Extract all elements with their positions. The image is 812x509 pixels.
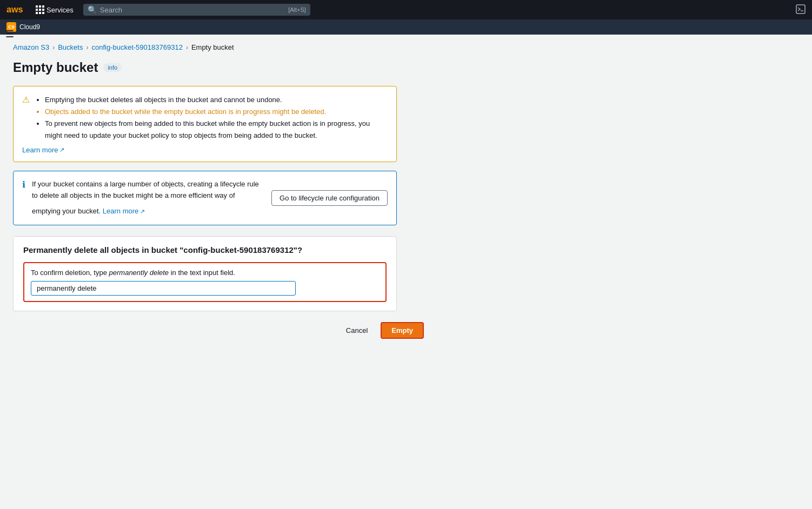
nav-right <box>796 4 806 16</box>
search-icon: 🔍 <box>88 5 97 14</box>
services-nav[interactable]: Services <box>32 4 77 15</box>
warning-header: ⚠ Emptying the bucket deletes all object… <box>22 94 388 142</box>
top-navigation: aws Services 🔍 [Alt+S] <box>0 0 812 19</box>
services-label: Services <box>46 6 74 14</box>
cancel-button[interactable]: Cancel <box>340 323 374 338</box>
breadcrumb-sep-2: › <box>86 44 88 51</box>
warning-item-1: Emptying the bucket deletes all objects … <box>45 94 388 106</box>
search-input[interactable] <box>100 6 273 14</box>
grid-icon <box>36 5 44 14</box>
empty-button[interactable]: Empty <box>381 322 424 339</box>
info-ext-link-icon: ↗ <box>140 207 145 217</box>
svg-text:aws: aws <box>6 4 23 14</box>
breadcrumb-bucket-name[interactable]: config-bucket-590183769312 <box>91 43 182 51</box>
aws-logo[interactable]: aws <box>6 4 26 16</box>
main-content: Amazon S3 › Buckets › config-bucket-5901… <box>0 35 812 509</box>
search-bar[interactable]: 🔍 [Alt+S] <box>83 4 310 16</box>
warning-box: ⚠ Emptying the bucket deletes all object… <box>13 86 397 162</box>
confirm-label: To confirm deletion, type permanently de… <box>31 269 379 277</box>
info-box: ℹ If your bucket contains a large number… <box>13 171 397 225</box>
warning-icon: ⚠ <box>22 95 30 105</box>
action-row: Cancel Empty <box>13 322 424 339</box>
search-shortcut: [Alt+S] <box>288 6 306 13</box>
page-title: Empty bucket <box>13 60 98 75</box>
warning-learn-more[interactable]: Learn more ↗ <box>22 146 64 154</box>
account-bar: C9 Cloud9 <box>0 19 812 35</box>
external-link-icon: ↗ <box>59 146 64 153</box>
info-learn-more[interactable]: Learn more ↗ <box>103 206 145 217</box>
info-badge[interactable]: info <box>103 63 122 72</box>
breadcrumb-sep-3: › <box>186 44 188 51</box>
confirm-section: Permanently delete all objects in bucket… <box>13 236 397 311</box>
info-box-text: If your bucket contains a large number o… <box>32 179 265 217</box>
account-label: Cloud9 <box>19 23 40 31</box>
lifecycle-button[interactable]: Go to lifecycle rule configuration <box>271 190 388 206</box>
warning-item-3: To prevent new objects from being added … <box>45 118 388 142</box>
confirm-input[interactable] <box>31 281 296 296</box>
sidebar-toggle[interactable]: ☰ <box>3 26 16 42</box>
terminal-icon[interactable] <box>796 4 806 16</box>
page-title-row: Empty bucket info <box>13 60 799 75</box>
breadcrumb-current: Empty bucket <box>191 43 234 51</box>
breadcrumb-buckets[interactable]: Buckets <box>58 43 83 51</box>
breadcrumb-sep-1: › <box>52 44 55 51</box>
info-circle-icon: ℹ <box>22 179 25 190</box>
breadcrumb: Amazon S3 › Buckets › config-bucket-5901… <box>13 43 799 51</box>
warning-list: Emptying the bucket deletes all objects … <box>35 94 388 142</box>
warning-item-2: Objects added to the bucket while the em… <box>45 106 388 118</box>
breadcrumb-s3[interactable]: Amazon S3 <box>13 43 49 51</box>
confirm-title: Permanently delete all objects in bucket… <box>23 245 387 254</box>
confirm-input-group: To confirm deletion, type permanently de… <box>23 262 387 302</box>
